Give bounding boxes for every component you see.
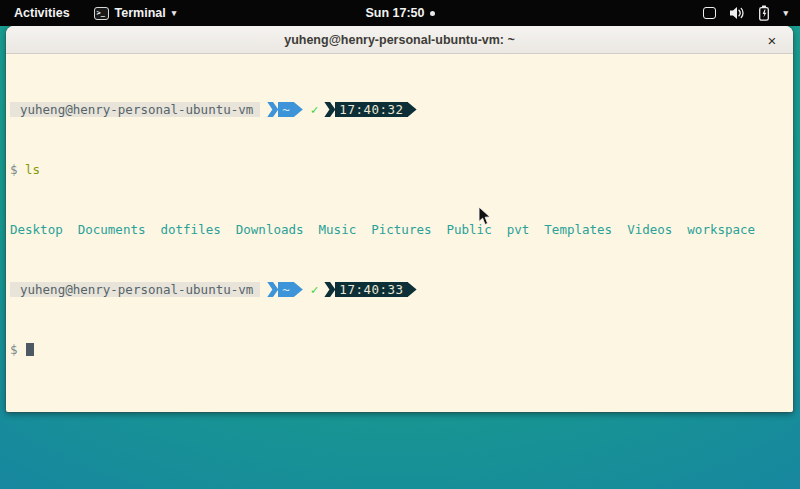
prompt-dir-segment: ~ xyxy=(278,102,294,117)
window-title: yuheng@henry-personal-ubuntu-vm: ~ xyxy=(284,33,515,47)
directory-name: Documents xyxy=(78,222,146,237)
window-titlebar[interactable]: yuheng@henry-personal-ubuntu-vm: ~ × xyxy=(6,26,793,54)
directory-name: Music xyxy=(319,222,357,237)
activities-label: Activities xyxy=(14,6,70,20)
clock-label: Sun 17:50 xyxy=(365,6,424,20)
powerline-arrow-icon xyxy=(294,282,303,297)
powerline-chevron-icon xyxy=(324,282,335,297)
close-button[interactable]: × xyxy=(761,29,783,51)
prompt-user-segment: yuheng@henry-personal-ubuntu-vm xyxy=(10,282,260,297)
powerline-arrow-icon xyxy=(408,282,417,297)
powerline-chevron-icon xyxy=(267,282,278,297)
powerline-chevron-icon xyxy=(267,102,278,117)
chevron-down-icon: ▾ xyxy=(172,8,177,18)
prompt-dir-segment: ~ xyxy=(278,282,294,297)
battery-charging-icon xyxy=(758,5,770,21)
directory-name: dotfiles xyxy=(161,222,221,237)
powerline-chevron-icon xyxy=(324,102,335,117)
powerline-arrow-icon xyxy=(408,102,417,117)
directory-name: Videos xyxy=(627,222,672,237)
ls-output-line: Desktop Documents dotfiles Downloads Mus… xyxy=(10,222,793,237)
status-check-icon: ✓ xyxy=(311,282,319,297)
prompt-line: yuheng@henry-personal-ubuntu-vm ~ ✓ 17:4… xyxy=(10,102,793,117)
prompt-line: yuheng@henry-personal-ubuntu-vm ~ ✓ 17:4… xyxy=(10,282,793,297)
directory-name: Downloads xyxy=(236,222,304,237)
activities-button[interactable]: Activities xyxy=(0,0,84,26)
clock-button[interactable]: Sun 17:50 xyxy=(365,6,434,20)
directory-name: Desktop xyxy=(10,222,63,237)
prompt-symbol: $ xyxy=(10,162,18,177)
directory-name: Pictures xyxy=(371,222,431,237)
directory-name: Templates xyxy=(544,222,612,237)
terminal-app-icon: >_ xyxy=(94,7,109,20)
directory-name: Public xyxy=(447,222,492,237)
input-line: $ xyxy=(10,342,793,357)
text-cursor-block xyxy=(26,343,34,356)
prompt-time-segment: 17:40:32 xyxy=(335,102,407,117)
powerline-arrow-icon xyxy=(294,102,303,117)
typed-command: ls xyxy=(25,162,40,177)
status-check-icon: ✓ xyxy=(311,102,319,117)
prompt-time-segment: 17:40:33 xyxy=(335,282,407,297)
display-icon xyxy=(703,7,716,19)
terminal-screen[interactable]: yuheng@henry-personal-ubuntu-vm ~ ✓ 17:4… xyxy=(6,54,793,411)
prompt-symbol: $ xyxy=(10,342,18,357)
terminal-window: yuheng@henry-personal-ubuntu-vm: ~ × yuh… xyxy=(6,26,793,412)
app-menu-terminal[interactable]: >_ Terminal ▾ xyxy=(84,0,187,26)
volume-icon xyxy=(729,6,745,20)
system-tray-menu[interactable]: ▾ xyxy=(703,0,800,26)
command-line: $ ls xyxy=(10,162,793,177)
notification-dot-icon xyxy=(430,11,435,16)
gnome-top-bar: Activities >_ Terminal ▾ Sun 17:50 ▾ xyxy=(0,0,800,26)
app-menu-label: Terminal xyxy=(115,6,166,20)
chevron-down-icon: ▾ xyxy=(783,8,788,18)
directory-name: workspace xyxy=(687,222,755,237)
directory-name: pvt xyxy=(507,222,530,237)
prompt-user-segment: yuheng@henry-personal-ubuntu-vm xyxy=(10,102,260,117)
